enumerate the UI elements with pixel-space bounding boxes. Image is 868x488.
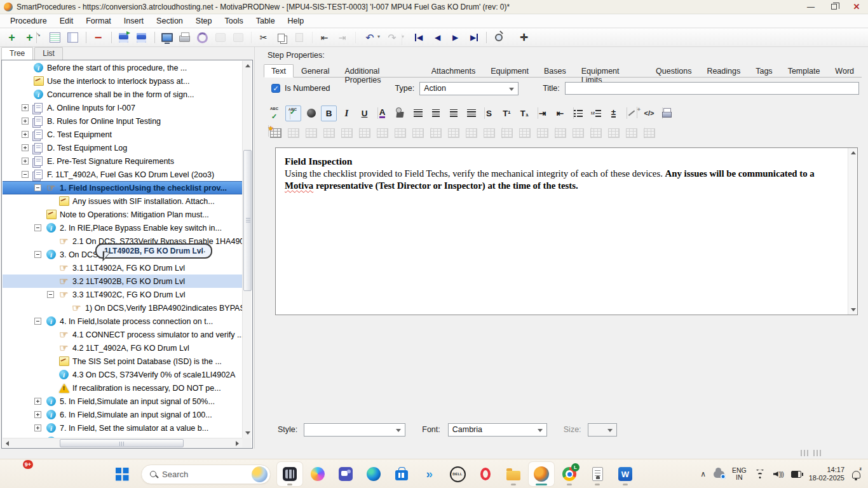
- step-properties-tab[interactable]: Word: [827, 64, 862, 78]
- distribute-rows-icon[interactable]: [552, 125, 568, 141]
- insert-row-below-icon[interactable]: [445, 125, 461, 141]
- tree-item[interactable]: 7. In Field, Set the simulator at a valu…: [3, 421, 242, 435]
- tree-item[interactable]: 3.1 1LT4902A, FG KO Drum Lvl: [3, 261, 242, 274]
- tree-item[interactable]: 1. Field InspectionUsing the checklist p…: [3, 181, 242, 194]
- menu-item[interactable]: Step: [189, 15, 219, 27]
- step-properties-tab[interactable]: Attachments: [424, 64, 483, 78]
- menu-item[interactable]: Table: [250, 15, 281, 27]
- autoformat-wand-icon[interactable]: [623, 105, 639, 121]
- step-text-editor[interactable]: Field Inspection Using the checklist pro…: [275, 147, 858, 315]
- expand-toggle[interactable]: [34, 224, 41, 231]
- tree-item[interactable]: Concurrence shall be in the form of sign…: [3, 88, 242, 101]
- insert-table-icon[interactable]: [268, 125, 283, 141]
- editor-scroll-down-button[interactable]: [848, 305, 858, 315]
- preview-icon[interactable]: [491, 30, 506, 45]
- indent-right-icon[interactable]: ⇥: [534, 105, 550, 121]
- expand-toggle[interactable]: [22, 158, 29, 165]
- editor-vertical-scrollbar[interactable]: [848, 148, 857, 315]
- style-select[interactable]: [304, 423, 405, 437]
- save-icon[interactable]: [133, 30, 149, 45]
- taskbar-app-store[interactable]: [389, 462, 414, 486]
- expand-toggle[interactable]: [34, 318, 41, 325]
- tree-item[interactable]: Use the interlock to interlock bypass at…: [3, 74, 242, 88]
- tree-item[interactable]: B. Rules for Online Input Testing: [3, 114, 242, 128]
- tree-item[interactable]: 4.1 CONNECT process simulator to and ver…: [3, 328, 242, 341]
- add-step-icon[interactable]: +: [4, 30, 20, 45]
- scroll-left-button[interactable]: [3, 438, 12, 448]
- battery-icon[interactable]: [791, 471, 801, 478]
- taskbar-app-edge[interactable]: [361, 462, 386, 486]
- tree-item[interactable]: D. Test Equipment Log: [3, 141, 242, 154]
- expand-toggle[interactable]: [47, 291, 54, 298]
- tree-horizontal-scrollbar[interactable]: [3, 438, 242, 447]
- next-step-icon[interactable]: ▶: [447, 30, 463, 45]
- source-view-icon[interactable]: </>: [641, 105, 657, 121]
- is-numbered-checkbox[interactable]: ✓: [271, 84, 280, 93]
- tree-item[interactable]: Note to Operations: Mitigation Plan must…: [3, 208, 242, 221]
- tree-item[interactable]: F. 1LT_4902A, Fuel Gas KO Drum Level (2o…: [3, 168, 242, 181]
- hyperlink-icon[interactable]: [641, 125, 657, 141]
- scroll-up-button[interactable]: [243, 61, 252, 71]
- onedrive-sync-icon[interactable]: [714, 471, 724, 478]
- scroll-right-button[interactable]: [233, 438, 242, 448]
- delete-cells-icon[interactable]: [339, 125, 355, 141]
- tree-item[interactable]: The SIS Set point Database (ISD) is the …: [3, 355, 242, 368]
- indent-left-icon[interactable]: ⇤: [552, 105, 568, 121]
- bullet-list-icon[interactable]: [570, 105, 586, 121]
- tree-item[interactable]: 6. In Field,Simulate an input signal of …: [3, 408, 242, 421]
- tree-panel-tab[interactable]: List: [34, 47, 63, 60]
- tree-item[interactable]: A. Online Inputs for I-007: [3, 101, 242, 114]
- speech-icon[interactable]: [303, 105, 319, 121]
- taskbar-app-photos[interactable]: [277, 462, 302, 486]
- expand-toggle[interactable]: [34, 424, 41, 431]
- tree-item[interactable]: 3.3 1LT4902C, FG KO Drum Lvl: [3, 288, 242, 301]
- indent-step-icon[interactable]: ⇥: [334, 30, 350, 45]
- highlight-icon[interactable]: [392, 105, 408, 121]
- cell-properties-icon[interactable]: [606, 125, 621, 141]
- outdent-step-icon[interactable]: ⇤: [316, 30, 332, 45]
- split-cell-vertical-icon[interactable]: [410, 125, 426, 141]
- spellcheck-as-you-type-icon[interactable]: [285, 105, 301, 121]
- delete-rows-icon[interactable]: [303, 125, 319, 141]
- step-properties-tab[interactable]: Text: [264, 64, 294, 78]
- notification-center-icon[interactable]: 9+: [10, 463, 31, 484]
- expand-toggle[interactable]: [34, 411, 41, 418]
- expand-toggle[interactable]: [34, 184, 41, 191]
- detail-view-icon[interactable]: [65, 30, 81, 45]
- step-properties-tab[interactable]: Tags: [748, 64, 780, 78]
- menu-item[interactable]: Procedure: [4, 15, 53, 27]
- cut-icon[interactable]: ✂: [255, 30, 271, 45]
- expand-toggle[interactable]: [22, 131, 29, 138]
- underline-icon[interactable]: U: [356, 105, 372, 121]
- add-substep-icon[interactable]: +: [22, 30, 37, 45]
- close-button[interactable]: ✕: [845, 0, 868, 13]
- tree-panel-tab[interactable]: Tree: [1, 47, 33, 60]
- merge-cells-icon[interactable]: [356, 125, 372, 141]
- align-cell-bottom-icon[interactable]: [534, 125, 550, 141]
- taskbar-app-file-explorer[interactable]: [501, 462, 526, 486]
- expand-toggle[interactable]: [22, 104, 29, 111]
- redo-icon[interactable]: ↷: [382, 30, 402, 45]
- refresh-icon[interactable]: [194, 30, 210, 45]
- tree-item[interactable]: Before the start of this procedure, the …: [3, 61, 242, 74]
- step-properties-tab[interactable]: Equipment Limits: [574, 64, 648, 78]
- tree-item[interactable]: 4. In Field,Isolate process connection o…: [3, 315, 242, 328]
- align-cell-top-icon[interactable]: [499, 125, 515, 141]
- align-center-icon[interactable]: [428, 105, 444, 121]
- strikethrough-icon[interactable]: S: [481, 105, 497, 121]
- sync-icon[interactable]: [230, 30, 246, 45]
- align-left-icon[interactable]: [410, 105, 426, 121]
- language-indicator[interactable]: ENGIN: [732, 467, 747, 481]
- bold-icon[interactable]: B: [321, 105, 337, 121]
- step-properties-tab[interactable]: Bases: [536, 64, 574, 78]
- delete-step-icon[interactable]: −: [90, 30, 106, 45]
- taskbar-search[interactable]: Search: [141, 464, 271, 484]
- align-cell-middle-icon[interactable]: [517, 125, 532, 141]
- tree-item[interactable]: 5. In Field,Simulate an input signal of …: [3, 395, 242, 408]
- minimize-button[interactable]: —: [799, 0, 822, 13]
- tree-vertical-scrollbar-thumb[interactable]: [243, 150, 252, 291]
- align-right-icon[interactable]: [445, 105, 461, 121]
- tree-item[interactable]: Any issues with SIF installation. Attach…: [3, 194, 242, 208]
- menu-item[interactable]: Tools: [219, 15, 250, 27]
- tree-item[interactable]: E. Pre-Test Signature Requirements: [3, 154, 242, 168]
